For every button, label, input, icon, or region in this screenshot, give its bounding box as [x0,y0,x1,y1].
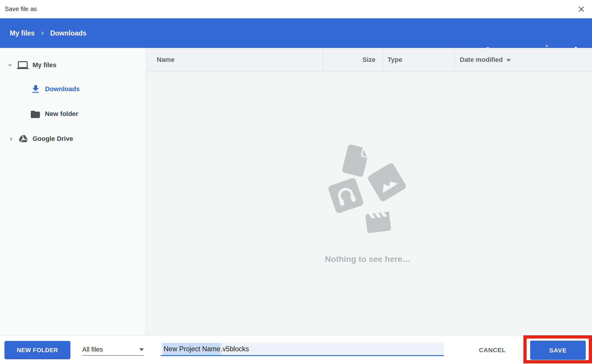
column-label: Size [362,56,375,63]
folder-icon [30,109,41,120]
file-table-header: Name Size Type Date modified [146,48,592,72]
document-icon [341,144,372,178]
download-icon [30,84,41,95]
sidebar: My files Downloads New folder Google Dri… [0,48,146,335]
filename-selected-text: New Project Name [163,343,221,355]
image-icon [367,162,407,202]
movie-clapper-icon [362,206,394,238]
column-label: Type [388,56,402,63]
breadcrumb-my-files[interactable]: My files [10,29,35,37]
column-label: Date modified [460,56,503,64]
dialog-footer: NEW FOLDER All files New Project Name.v5… [0,335,592,364]
chevron-right-icon[interactable] [8,136,14,142]
sort-direction-icon [506,59,511,62]
sidebar-item-label: New folder [45,107,78,121]
filename-input[interactable]: New Project Name.v5blocks [161,343,444,356]
dialog-title-bar: Save file as [0,0,592,18]
filename-extension: .v5blocks [221,345,249,353]
new-folder-button-label: NEW FOLDER [17,347,58,354]
sidebar-item-label: Downloads [45,82,80,96]
sidebar-item-my-files[interactable]: My files [0,58,146,73]
column-header-name[interactable]: Name [146,48,323,72]
breadcrumb: My files Downloads [10,18,86,48]
google-drive-icon [18,134,28,144]
laptop-icon [17,59,29,71]
file-type-value: All files [82,344,103,355]
file-list-area: Name Size Type Date modified Nothing to [146,48,592,335]
cancel-button[interactable]: CANCEL [472,344,513,356]
column-header-date-modified[interactable]: Date modified [455,48,592,72]
close-button[interactable] [576,4,587,15]
new-folder-button[interactable]: NEW FOLDER [4,341,70,359]
column-header-size[interactable]: Size [323,48,383,72]
close-icon [578,6,585,13]
path-header: My files Downloads AZ [0,18,592,48]
column-label: Name [157,56,175,63]
sidebar-item-downloads[interactable]: Downloads [0,82,146,96]
file-type-select[interactable]: All files [82,344,144,356]
chevron-down-icon[interactable] [7,62,13,68]
chevron-right-icon [39,30,45,36]
headphones-icon [328,177,364,214]
save-button[interactable]: SAVE [530,341,586,360]
save-file-dialog: Save file as My files Downloads AZ [0,0,592,364]
sidebar-item-new-folder[interactable]: New folder [0,107,146,121]
column-header-type[interactable]: Type [383,48,455,72]
dialog-title: Save file as [5,0,37,18]
sidebar-item-label: Google Drive [33,131,73,146]
breadcrumb-downloads[interactable]: Downloads [50,29,86,37]
save-button-label: SAVE [549,347,567,354]
sidebar-item-label: My files [33,58,57,73]
dropdown-arrow-icon [139,348,144,351]
sidebar-section-divider [0,126,146,126]
sidebar-item-google-drive[interactable]: Google Drive [0,131,146,146]
empty-state-message: Nothing to see here… [220,255,516,264]
